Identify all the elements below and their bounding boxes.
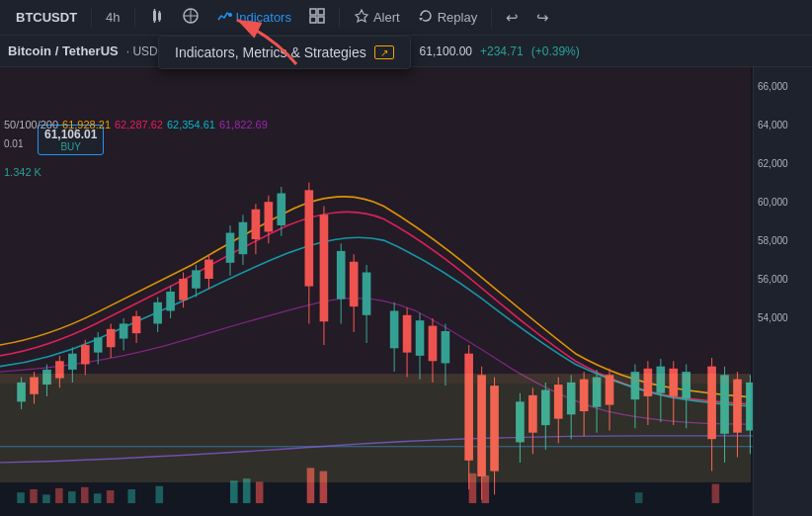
undo-icon: ↩: [506, 9, 519, 27]
svg-rect-135: [256, 481, 264, 503]
svg-rect-78: [464, 354, 473, 461]
svg-rect-131: [127, 489, 135, 503]
svg-rect-98: [606, 375, 614, 404]
svg-rect-76: [442, 331, 450, 363]
replay-button[interactable]: Replay: [410, 4, 485, 31]
redo-button[interactable]: ↪: [528, 5, 557, 31]
svg-rect-32: [107, 329, 116, 347]
svg-rect-42: [179, 279, 188, 301]
svg-rect-80: [477, 375, 486, 476]
svg-rect-134: [243, 478, 251, 503]
svg-rect-86: [528, 395, 537, 433]
svg-rect-127: [68, 491, 76, 503]
svg-rect-18: [17, 383, 26, 401]
svg-rect-125: [42, 494, 50, 503]
svg-rect-48: [226, 233, 235, 263]
svg-rect-72: [416, 320, 425, 356]
divider-3: [339, 8, 340, 28]
indicators-label: Indicators: [236, 10, 291, 25]
indicators-dropdown-label: Indicators, Metrics & Strategies: [175, 44, 366, 60]
svg-rect-62: [337, 251, 346, 300]
svg-rect-60: [320, 215, 329, 321]
svg-rect-108: [682, 372, 690, 398]
price-change: +234.71: [480, 44, 524, 58]
svg-rect-1: [158, 13, 161, 20]
svg-rect-110: [707, 367, 716, 440]
alert-label: Alert: [373, 10, 400, 25]
divider-4: [491, 8, 492, 28]
svg-rect-30: [94, 337, 103, 352]
svg-rect-114: [733, 380, 742, 433]
indicators-button[interactable]: Indicators: [208, 4, 299, 32]
svg-rect-82: [490, 386, 499, 471]
price-tick-label: 0.01: [4, 138, 23, 149]
svg-rect-40: [166, 292, 175, 310]
redo-icon: ↪: [536, 9, 549, 27]
price-change-pct: (+0.39%): [531, 44, 580, 58]
buy-label: BUY: [44, 141, 97, 152]
svg-rect-74: [429, 326, 438, 362]
svg-rect-34: [120, 323, 128, 338]
svg-rect-12: [310, 17, 316, 23]
svg-rect-92: [567, 383, 576, 414]
svg-rect-112: [720, 375, 729, 433]
compare-button[interactable]: [175, 4, 206, 31]
svg-rect-133: [230, 480, 238, 503]
svg-rect-132: [155, 486, 163, 503]
template-button[interactable]: [301, 4, 333, 31]
svg-rect-52: [252, 210, 261, 239]
timeframe-label: 4h: [106, 10, 120, 25]
symbol-name[interactable]: Bitcoin / TetherUS: [8, 43, 119, 58]
svg-rect-56: [277, 194, 285, 225]
price-axis-labels: 66,000 64,000 62,000 60,000 58,000 56,00…: [754, 77, 812, 327]
svg-rect-38: [153, 302, 162, 324]
svg-rect-139: [482, 475, 490, 503]
svg-rect-36: [132, 316, 141, 333]
svg-rect-104: [657, 367, 666, 393]
indicators-badge: ↗: [374, 45, 394, 59]
svg-rect-66: [363, 273, 371, 315]
svg-rect-24: [55, 361, 64, 378]
svg-rect-88: [541, 389, 550, 425]
svg-rect-11: [318, 9, 324, 15]
svg-rect-123: [17, 492, 25, 503]
svg-point-9: [228, 13, 232, 17]
timeframe-4h[interactable]: 4h: [98, 6, 127, 29]
bar-type-button[interactable]: [141, 4, 173, 32]
main-toolbar: BTCUSDT 4h: [0, 0, 812, 36]
svg-rect-130: [107, 490, 115, 503]
svg-rect-90: [554, 385, 563, 419]
svg-rect-100: [631, 372, 640, 399]
replay-icon: [418, 8, 434, 27]
svg-rect-46: [204, 260, 213, 279]
ma100-value: 62,287.62: [115, 117, 163, 134]
price-chart-svg: [0, 67, 812, 516]
ma200-value: 62,354.61: [167, 117, 215, 134]
symbol-selector[interactable]: BTCUSDT: [8, 6, 85, 29]
svg-rect-0: [153, 11, 156, 21]
ma50-value: 61,928.21: [62, 117, 111, 134]
svg-rect-54: [265, 202, 274, 231]
undo-button[interactable]: ↩: [498, 5, 527, 31]
divider-1: [91, 8, 92, 28]
svg-rect-138: [469, 473, 477, 503]
indicators-icon: [216, 8, 232, 28]
chart-area[interactable]: 61,106.01 BUY 50/100/200 61,928.21 62,28…: [0, 67, 812, 516]
svg-rect-136: [307, 468, 315, 503]
alert-button[interactable]: Alert: [346, 4, 408, 31]
svg-rect-137: [320, 472, 328, 503]
svg-rect-96: [593, 377, 602, 406]
svg-rect-26: [68, 354, 77, 370]
svg-rect-129: [94, 493, 102, 503]
divider-2: [134, 8, 135, 28]
svg-rect-126: [55, 488, 63, 503]
price-axis: 66,000 64,000 62,000 60,000 58,000 56,00…: [753, 67, 812, 516]
ma-label-row: 50/100/200 61,928.21 62,287.62 62,354.61…: [4, 117, 268, 134]
svg-rect-28: [81, 345, 90, 364]
ma-prefix: 50/100/200: [4, 117, 58, 134]
svg-rect-20: [30, 377, 39, 393]
ma-extra-value: 61,822.69: [219, 117, 268, 134]
svg-rect-84: [516, 401, 525, 442]
volume-label: 1.342 K: [4, 166, 41, 178]
indicators-dropdown[interactable]: Indicators, Metrics & Strategies ↗: [158, 36, 411, 69]
